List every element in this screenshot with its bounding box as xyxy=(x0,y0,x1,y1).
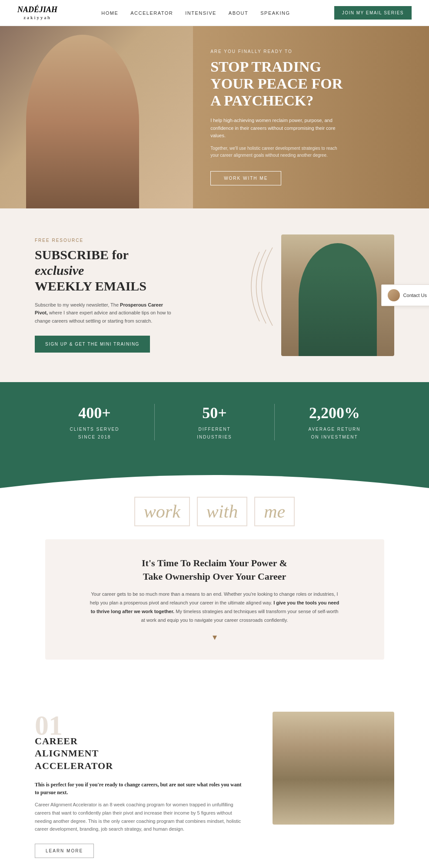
chevron-down-icon: ▾ xyxy=(71,632,358,642)
hero-subtitle: ARE YOU FINALLY READY TO xyxy=(210,49,407,54)
nav-accelerator[interactable]: ACCELERATOR xyxy=(130,10,173,16)
script-word-3: me xyxy=(264,502,285,521)
decorative-arcs xyxy=(242,243,277,330)
join-email-button[interactable]: JOIN MY EMAIL SERIES xyxy=(334,6,412,20)
stat-roi-number: 2,200% xyxy=(292,404,377,422)
stat-industries-label: DIFFERENTINDUSTRIES xyxy=(197,427,232,439)
subscribe-person-shape xyxy=(299,243,377,356)
subscribe-title: SUBSCRIBE for exclusive WEEKLY EMAILS xyxy=(35,247,255,294)
signup-button[interactable]: SIGN UP & GET THE MINI TRAINING xyxy=(35,336,150,353)
logo: NADÉJIAH zakiyyah xyxy=(17,5,57,20)
stat-clients-label: CLIENTS SERVEDSINCE 2018 xyxy=(70,427,120,439)
service-01-learn-more-button[interactable]: LEARN MORE xyxy=(35,844,94,858)
service-01-image xyxy=(273,712,394,825)
navigation: NADÉJIAH zakiyyah HOME ACCELERATOR INTEN… xyxy=(0,0,429,26)
hero-title: STOP TRADING YOUR PEACE FOR A PAYCHECK? xyxy=(210,58,407,109)
service-01-hook: This is perfect for you if you're ready … xyxy=(35,781,246,796)
contact-label: Contact Us xyxy=(403,293,427,298)
subscribe-person xyxy=(281,234,394,356)
subscribe-section: FREE RESOURCE SUBSCRIBE for exclusive WE… xyxy=(0,208,429,382)
work-card-title: It's Time To Reclaim Your Power &Take Ow… xyxy=(71,557,358,584)
hero-image xyxy=(0,26,193,208)
work-card-text: Your career gets to be so much more than… xyxy=(89,590,341,624)
contact-avatar xyxy=(388,289,400,301)
hero-person-shape xyxy=(26,35,139,208)
service-01-text: Career Alignment Accelerator is an 8 wee… xyxy=(35,801,246,833)
script-word-1: work xyxy=(144,502,180,521)
hero-section: ARE YOU FINALLY READY TO STOP TRADING YO… xyxy=(0,26,429,208)
script-title-box-1: work xyxy=(134,497,190,526)
contact-widget[interactable]: Contact Us xyxy=(381,284,429,306)
work-with-me-button[interactable]: WORK WITH ME xyxy=(210,171,281,185)
wave-svg xyxy=(0,462,429,488)
stat-roi-label: AVERAGE RETURNON INVESTMENT xyxy=(308,427,360,439)
subscribe-image-area xyxy=(281,234,394,356)
work-card: It's Time To Reclaim Your Power &Take Ow… xyxy=(45,539,384,660)
logo-name: NADÉJIAH xyxy=(17,5,57,14)
subscribe-text: Subscribe to my weekly newsletter, The P… xyxy=(35,301,174,325)
hero-description: I help high-achieving women reclaim powe… xyxy=(210,117,341,140)
subscribe-tag: FREE RESOURCE xyxy=(35,238,255,243)
nav-links: HOME ACCELERATOR INTENSIVE ABOUT SPEAKIN… xyxy=(101,9,290,17)
service-01-title: CAREERALIGNMENTACCELERATOR xyxy=(35,735,246,772)
hero-content: ARE YOU FINALLY READY TO STOP TRADING YO… xyxy=(193,32,429,203)
nav-home[interactable]: HOME xyxy=(101,10,118,16)
nav-intensive[interactable]: INTENSIVE xyxy=(185,10,216,16)
stat-clients: 400+ CLIENTS SERVEDSINCE 2018 xyxy=(35,404,155,440)
nav-about[interactable]: ABOUT xyxy=(229,10,248,16)
hero-person-bg xyxy=(0,26,193,208)
script-title-box-2: with xyxy=(197,497,247,526)
logo-script: zakiyyah xyxy=(17,15,57,20)
stat-roi: 2,200% AVERAGE RETURNON INVESTMENT xyxy=(275,404,394,440)
wave-section xyxy=(0,462,429,488)
service-01-section: 01 CAREERALIGNMENTACCELERATOR This is pe… xyxy=(0,686,429,868)
nav-speaking[interactable]: SPEAKING xyxy=(260,10,290,16)
subscribe-content: FREE RESOURCE SUBSCRIBE for exclusive WE… xyxy=(35,238,255,353)
service-01-content: 01 CAREERALIGNMENTACCELERATOR This is pe… xyxy=(35,712,246,858)
subscribe-image xyxy=(281,234,394,356)
service-01-person xyxy=(273,712,394,825)
stat-industries-number: 50+ xyxy=(172,404,257,422)
script-title-box-3: me xyxy=(254,497,295,526)
script-title-area: work with me xyxy=(35,497,394,526)
script-word-2: with xyxy=(206,502,238,521)
stats-section: 400+ CLIENTS SERVEDSINCE 2018 50+ DIFFER… xyxy=(0,382,429,462)
stat-clients-number: 400+ xyxy=(52,404,137,422)
stat-industries: 50+ DIFFERENTINDUSTRIES xyxy=(155,404,275,440)
work-with-me-section: work with me It's Time To Reclaim Your P… xyxy=(0,488,429,686)
hero-description-2: Together, we'll use holistic career deve… xyxy=(210,145,341,159)
